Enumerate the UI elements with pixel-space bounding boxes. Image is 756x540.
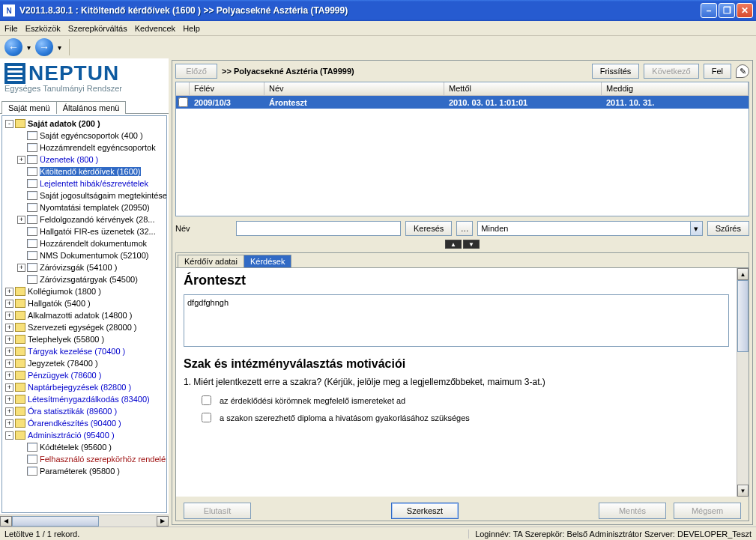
tree-item[interactable]: +Telephelyek (55800 ) (2, 333, 166, 345)
vscroll-thumb[interactable] (737, 280, 749, 352)
edit-button[interactable]: Szerkeszt (391, 503, 459, 519)
tree-item[interactable]: +Tárgyak kezelése (70400 ) (2, 345, 166, 357)
tree-item[interactable]: +Jegyzetek (78400 ) (2, 357, 166, 369)
tree-item[interactable]: +Üzenetek (800 ) (2, 154, 166, 166)
prev-button[interactable]: Előző (175, 64, 217, 79)
pager-down-button[interactable]: ▼ (463, 240, 480, 249)
scroll-right-button[interactable]: ▶ (157, 516, 169, 527)
col-check[interactable] (176, 82, 190, 95)
expand-icon[interactable]: + (17, 156, 25, 164)
list-row[interactable]: 2009/10/3 Áronteszt 2010. 03. 01. 1:01:0… (176, 96, 749, 109)
expand-icon[interactable]: + (5, 312, 13, 320)
tree-item[interactable]: +Alkalmazotti adatok (14800 ) (2, 309, 166, 321)
tree-item[interactable]: Saját jogosultságaim megtekintése (2, 189, 166, 201)
tree-item[interactable]: +Hallgatók (5400 ) (2, 297, 166, 309)
tree-item[interactable]: Saját egyéncsoportok (400 ) (2, 130, 166, 142)
browse-button[interactable]: … (456, 221, 473, 236)
tree-item[interactable]: +Pénzügyek (78600 ) (2, 369, 166, 381)
tree-item[interactable]: Kódtételek (95600 ) (2, 441, 166, 453)
scroll-thumb[interactable] (12, 516, 99, 527)
tree-item[interactable]: NMS Dokumentumok (52100) (2, 249, 166, 261)
search-button[interactable]: Keresés (405, 221, 452, 236)
vscroll-track[interactable] (737, 280, 749, 485)
tree-item[interactable]: +Feldolgozandó kérvények (28... (2, 213, 166, 225)
col-from[interactable]: Mettől (444, 82, 602, 95)
close-button[interactable]: ✕ (737, 3, 753, 18)
tree-item[interactable]: -Adminisztráció (95400 ) (2, 429, 166, 441)
option-1-checkbox[interactable] (202, 395, 211, 405)
expand-icon[interactable]: + (5, 407, 13, 416)
collapse-icon[interactable]: - (5, 120, 13, 128)
expand-icon[interactable]: + (5, 300, 13, 308)
tree-item[interactable]: +Órarendkészítés (90400 ) (2, 417, 166, 429)
tree-item[interactable]: Hozzámrendelt egyéncsoportok (2, 142, 166, 154)
tree-item[interactable]: -Saját adatok (200 ) (2, 118, 166, 130)
tree-item[interactable]: +Záróvizsgák (54100 ) (2, 261, 166, 273)
form-vertical-scrollbar[interactable]: ▲ ▼ (737, 268, 749, 497)
expand-icon[interactable]: + (17, 216, 25, 224)
tree-item[interactable]: +Kollégiumok (1800 ) (2, 285, 166, 297)
up-button[interactable]: Fel (704, 64, 731, 79)
form-scroll[interactable]: Áronteszt dfgdfghngh Szak és intézményvá… (176, 268, 737, 497)
scroll-left-button[interactable]: ◀ (0, 516, 12, 527)
tree-item[interactable]: +Létesítménygazdálkodás (83400) (2, 393, 166, 405)
scroll-up-button[interactable]: ▲ (737, 268, 749, 280)
chat-icon[interactable]: ✎ (736, 64, 749, 78)
expand-icon[interactable]: + (5, 395, 13, 404)
row-checkbox[interactable] (178, 97, 188, 107)
tree-item[interactable]: +Szervezeti egységek (28000 ) (2, 321, 166, 333)
tree-view[interactable]: -Saját adatok (200 )Saját egyéncsoportok… (1, 115, 167, 513)
tab-questionnaire-data[interactable]: Kérdőív adatai (178, 255, 244, 267)
tree-item[interactable]: Lejelentett hibák/észrevételek (2, 178, 166, 189)
tree-item[interactable]: Paraméterek (95800 ) (2, 465, 166, 477)
tree-horizontal-scrollbar[interactable]: ◀ ▶ (0, 515, 169, 527)
expand-icon[interactable]: + (5, 324, 13, 332)
expand-icon[interactable]: + (5, 419, 13, 428)
cancel-button[interactable]: Mégsem (674, 503, 741, 519)
chevron-down-icon[interactable]: ▾ (690, 222, 702, 235)
menu-favorites[interactable]: Kedvencek (135, 24, 175, 33)
nav-back-menu[interactable]: ▾ (27, 43, 31, 52)
nav-forward-menu[interactable]: ▾ (58, 43, 61, 52)
col-name[interactable]: Név (264, 82, 444, 95)
tab-questions[interactable]: Kérdések (244, 255, 291, 267)
collapse-icon[interactable]: - (5, 431, 13, 440)
next-button[interactable]: Következő (644, 64, 698, 79)
menu-rolechange[interactable]: Szerepkörváltás (68, 24, 127, 33)
filter-button[interactable]: Szűrés (707, 221, 749, 236)
menu-tools[interactable]: Eszközök (25, 24, 61, 33)
col-to[interactable]: Meddig (602, 82, 749, 95)
reject-button[interactable]: Elutasít (184, 503, 251, 519)
save-button[interactable]: Mentés (599, 503, 666, 519)
tree-item[interactable]: Kitöltendő kérdőívek (1600) (2, 166, 166, 178)
scroll-down-button[interactable]: ▼ (737, 485, 749, 497)
scroll-track[interactable] (12, 516, 157, 527)
tab-own-menu[interactable]: Saját menü (1, 101, 57, 114)
expand-icon[interactable]: + (5, 288, 13, 296)
tree-item[interactable]: Felhasználó szerepkörhöz rendelés (2, 453, 166, 465)
nav-back-button[interactable]: ← (4, 38, 22, 56)
expand-icon[interactable]: + (17, 264, 25, 272)
tab-general-menu[interactable]: Általános menü (56, 101, 127, 114)
menu-help[interactable]: Help (183, 24, 200, 33)
filter-combo[interactable]: Minden ▾ (477, 221, 702, 236)
tree-item[interactable]: Záróvizsgatárgyak (54500) (2, 273, 166, 285)
option-2-checkbox[interactable] (202, 413, 211, 422)
tree-item[interactable]: Nyomtatási templatek (20950) (2, 201, 166, 213)
expand-icon[interactable]: + (5, 336, 13, 344)
tree-item[interactable]: Hallgatói FIR-es üzenetek (32... (2, 225, 166, 237)
name-input[interactable] (236, 221, 401, 236)
pager-up-button[interactable]: ▲ (445, 240, 462, 249)
minimize-button[interactable]: – (701, 3, 717, 18)
refresh-button[interactable]: Frissítés (592, 64, 640, 79)
menu-file[interactable]: File (4, 24, 18, 33)
expand-icon[interactable]: + (5, 360, 13, 368)
maximize-button[interactable]: ❐ (719, 3, 735, 18)
tree-item[interactable]: +Óra statisztikák (89600 ) (2, 405, 166, 417)
tree-item[interactable]: +Naptárbejegyzések (82800 ) (2, 381, 166, 393)
tree-item[interactable]: Hozzárendelt dokumentumok (2, 237, 166, 249)
expand-icon[interactable]: + (5, 348, 13, 356)
expand-icon[interactable]: + (5, 371, 13, 380)
nav-forward-button[interactable]: → (35, 38, 53, 56)
expand-icon[interactable]: + (5, 383, 13, 392)
